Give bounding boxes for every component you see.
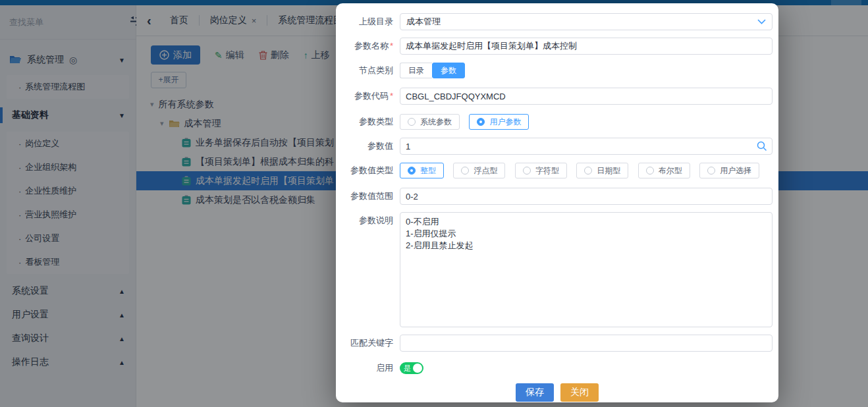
form-row-param-desc: 参数说明 0-不启用 1-启用仅提示 2-启用且禁止发起: [336, 212, 778, 327]
form-row-parent-dir: 上级目录 成本管理: [336, 13, 778, 30]
node-type-option-parameter[interactable]: 参数: [432, 63, 465, 78]
field-label: 启用: [336, 362, 400, 374]
form-row-value-range: 参数值范围: [336, 188, 778, 205]
form-row-node-type: 节点类别 目录 参数: [336, 62, 778, 79]
radio-user-select[interactable]: 用户选择: [699, 163, 759, 178]
radio-label: 字符型: [535, 165, 559, 176]
radio-label: 系统参数: [420, 117, 452, 128]
radio-label: 用户选择: [720, 165, 751, 176]
radio-float[interactable]: 浮点型: [453, 163, 505, 178]
param-desc-textarea[interactable]: 0-不启用 1-启用仅提示 2-启用且禁止发起: [400, 212, 773, 327]
field-label: 参数值: [336, 138, 400, 155]
radio-integer[interactable]: 整型: [400, 163, 444, 178]
form-row-param-name: 参数名称*: [336, 38, 778, 55]
form-row-value-type: 参数值类型 整型 浮点型 字符型 日期型: [336, 162, 778, 179]
param-code-input[interactable]: [400, 88, 773, 105]
value-type-radio-group: 整型 浮点型 字符型 日期型 布尔型: [400, 163, 766, 178]
save-button[interactable]: 保存: [516, 383, 554, 402]
param-value-wrap: [400, 138, 773, 155]
radio-boolean[interactable]: 布尔型: [638, 163, 690, 178]
dialog-button-row: 保存 关闭: [336, 383, 778, 402]
radio-label: 日期型: [597, 165, 620, 176]
field-label: 节点类别: [336, 62, 400, 79]
radio-icon: [477, 118, 485, 126]
toggle-state-label: 是: [404, 364, 411, 373]
enabled-toggle[interactable]: 是: [400, 362, 423, 374]
form-row-param-code: 参数代码*: [336, 88, 778, 105]
parent-dir-value: 成本管理: [406, 16, 441, 28]
radio-string[interactable]: 字符型: [515, 163, 567, 178]
field-label: 参数名称: [354, 41, 389, 51]
radio-icon: [461, 167, 469, 175]
radio-date[interactable]: 日期型: [576, 163, 628, 178]
parameter-edit-dialog: 上级目录 成本管理 参数名称* 节点类别 目录 参数 参数代码* 参数类型: [336, 3, 778, 402]
param-value-input[interactable]: [400, 138, 773, 155]
required-mark: *: [390, 91, 393, 101]
field-label: 参数值范围: [336, 188, 400, 205]
param-type-radio-group: 系统参数 用户参数: [400, 114, 535, 130]
required-mark: *: [390, 41, 393, 51]
match-keyword-input[interactable]: [400, 335, 773, 352]
radio-user-param[interactable]: 用户参数: [469, 114, 529, 130]
form-row-param-value: 参数值: [336, 138, 778, 155]
radio-label: 布尔型: [659, 165, 682, 176]
field-label: 匹配关键字: [336, 335, 400, 352]
radio-system-param[interactable]: 系统参数: [400, 114, 460, 130]
node-type-segmented: 目录 参数: [400, 63, 465, 78]
radio-label: 浮点型: [474, 165, 497, 176]
radio-icon: [523, 167, 531, 175]
form-row-param-type: 参数类型 系统参数 用户参数: [336, 113, 778, 130]
form-row-match-keyword: 匹配关键字: [336, 335, 778, 352]
toggle-knob: [413, 364, 422, 373]
field-label: 上级目录: [336, 13, 400, 30]
radio-icon: [646, 167, 654, 175]
node-type-option-directory[interactable]: 目录: [400, 63, 432, 78]
radio-label: 用户参数: [489, 117, 521, 128]
radio-icon: [584, 167, 592, 175]
radio-icon: [408, 167, 416, 175]
search-icon[interactable]: [757, 141, 767, 154]
field-label: 参数说明: [336, 212, 400, 229]
param-name-input[interactable]: [400, 38, 773, 55]
field-label: 参数代码: [354, 91, 389, 101]
form-row-enabled: 启用 是: [336, 362, 778, 374]
field-label: 参数值类型: [336, 162, 400, 179]
close-button[interactable]: 关闭: [560, 383, 599, 402]
radio-icon: [408, 118, 416, 126]
chevron-down-icon: [757, 19, 766, 24]
radio-label: 整型: [420, 165, 436, 176]
app-window: 系统管理 ◎ ▼ · 系统管理流程图 基础资料 ▼ · 岗位定义 · 企业组织架…: [0, 0, 868, 407]
field-label: 参数类型: [336, 113, 400, 130]
radio-icon: [707, 167, 715, 175]
parent-dir-select[interactable]: 成本管理: [400, 13, 773, 30]
value-range-input[interactable]: [400, 188, 773, 205]
